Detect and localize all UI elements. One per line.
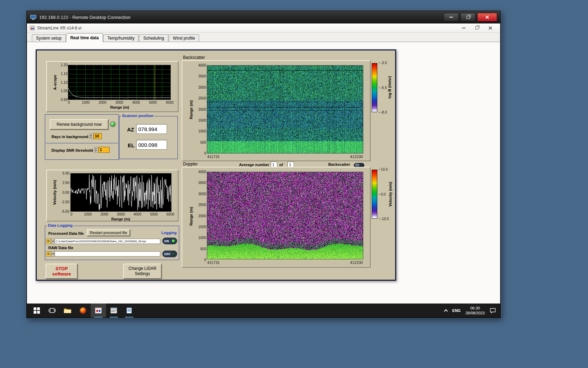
tick-label: 6000: [163, 101, 176, 104]
app-close-icon[interactable]: [488, 26, 492, 30]
velocity-x-ticks: 0100020003000400050006000: [65, 212, 177, 216]
firefox-icon: [79, 307, 86, 314]
tick-label: 4000: [198, 170, 206, 174]
velocity-y-axis-label: Velocity (m/s): [52, 180, 57, 205]
rays-value-field[interactable]: 10: [93, 133, 102, 139]
of-label: of: [279, 163, 283, 167]
tick-label: 2000: [198, 214, 206, 218]
tray-expand-icon[interactable]: [444, 309, 448, 313]
backscatter-y-ticks: 40003500300025002000150010005000: [192, 63, 206, 155]
language-indicator[interactable]: ENG: [452, 308, 461, 313]
rdp-restore-button[interactable]: [461, 13, 475, 21]
stop-software-button[interactable]: STOP software: [46, 264, 78, 279]
group-divider: [46, 143, 118, 143]
data-logging-group: Data Logging Processed Data file Restart…: [45, 226, 179, 260]
rdp-window-controls: [444, 13, 497, 21]
firefox-button[interactable]: [75, 304, 91, 318]
tick-label: 3500: [198, 181, 206, 185]
rdp-title: 192.168.0.122 - Remote Desktop Connectio…: [39, 15, 131, 20]
scanner-position-title: Scanner position: [121, 114, 154, 118]
el-value-field: 000.098: [136, 140, 167, 150]
az-label: AZ: [127, 127, 134, 132]
tick-label: 0: [63, 101, 75, 104]
tick-label: 6000: [164, 212, 177, 216]
tick-label: 1.10: [61, 81, 68, 84]
app-titlebar[interactable]: StreamLine XR v14-6.vi: [27, 23, 500, 33]
tick-label: 3000: [198, 192, 206, 196]
app-minimize-icon[interactable]: [462, 28, 465, 28]
background-status-led: [110, 121, 116, 127]
tick-label: 0.00: [63, 191, 69, 195]
backscatter-toggle-label: Backscatter: [328, 162, 350, 166]
rdp-titlebar[interactable]: 192.168.0.122 - Remote Desktop Connectio…: [27, 11, 500, 23]
doppler-colorbar: [372, 170, 377, 219]
app-icon: [30, 26, 35, 30]
remote-desktop: StreamLine XR v14-6.vi System setup Real…: [27, 23, 500, 318]
restart-processed-file-label: Restart processed file: [90, 231, 127, 235]
tick-label: 4000: [198, 63, 206, 67]
backscatter-colorbar: [372, 63, 377, 112]
tick-label: 2500: [198, 203, 206, 207]
tick-label: 1500: [198, 225, 206, 229]
renew-background-button[interactable]: Renew background now: [50, 119, 108, 130]
tab-wind-profile[interactable]: Wind profile: [169, 34, 199, 42]
raw-path-field[interactable]: [55, 251, 160, 257]
tick-label: -2.50: [61, 200, 69, 204]
tab-real-time-data[interactable]: Real time data: [66, 33, 103, 42]
tick-label: 1.20: [61, 63, 68, 67]
system-tray: ENG 06:30 28/08/2023: [444, 304, 500, 318]
task-view-button[interactable]: [44, 304, 60, 318]
rdp-close-button[interactable]: [477, 13, 497, 21]
average-number-label: Average number: [239, 163, 269, 167]
change-lidar-settings-button[interactable]: Change LiDAR Settings: [123, 264, 162, 279]
clock[interactable]: 06:30 28/08/2023: [465, 306, 485, 315]
processed-path-browse-icon[interactable]: [51, 239, 54, 244]
processed-path-field[interactable]: C:\Lidar\Data\Proc\2023\202308\20230828\…: [55, 239, 160, 244]
tick-label: 5000: [148, 212, 160, 216]
velocity-x-axis-label: Range (m): [91, 217, 150, 221]
raw-path-browse-icon[interactable]: [51, 251, 54, 257]
raw-logging-toggle[interactable]: OFF: [162, 251, 177, 257]
tick-label: 5.00: [63, 171, 69, 175]
tick-label: -8.0: [379, 110, 391, 114]
tick-label: 2500: [198, 96, 206, 100]
tab-temp-humidity[interactable]: Temp/humidity: [103, 34, 139, 42]
tick-label: 3500: [198, 74, 206, 78]
tick-label: 3000: [114, 212, 127, 216]
tick-label: 3000: [198, 86, 206, 89]
doppler-colorbar-label: Velocity (m/s): [388, 182, 392, 207]
tray-time: 06:30: [465, 306, 485, 311]
app-restore-icon[interactable]: [475, 26, 478, 29]
tick-label: 1000: [198, 236, 206, 240]
processed-logging-led: [172, 239, 175, 243]
snr-spinner[interactable]: [94, 147, 98, 153]
restart-processed-file-button[interactable]: Restart processed file: [87, 229, 130, 236]
notification-icon[interactable]: [490, 308, 496, 313]
tab-system-setup[interactable]: System setup: [32, 34, 66, 42]
tick-label: 1500: [198, 118, 206, 122]
raw-data-file-label: RAW Data file: [48, 246, 74, 250]
tick-label: 2.50: [63, 181, 69, 185]
ascope-y-ticks: 1.201.151.101.050.99: [56, 63, 68, 102]
scan-scheduler-button[interactable]: [106, 304, 121, 318]
scan-scheduler-icon: [110, 307, 117, 314]
data-logging-title: Data Logging: [47, 223, 74, 227]
file-explorer-button[interactable]: [60, 304, 75, 318]
document-icon: [126, 307, 132, 314]
tick-label: 4000: [130, 101, 142, 104]
rdp-minimize-button[interactable]: [444, 13, 458, 21]
streamline-app-button[interactable]: [91, 304, 106, 318]
backscatter-title: Backscatter: [183, 55, 205, 60]
raw-drive-selector[interactable]: C: [46, 251, 51, 257]
processed-logging-toggle[interactable]: ON: [162, 238, 177, 244]
tab-scheduling[interactable]: Scheduling: [139, 34, 168, 42]
doppler-x-end: 412230: [350, 260, 363, 265]
velocity-plot: [71, 173, 171, 211]
rays-spinner[interactable]: [89, 133, 93, 139]
stop-line2: software: [52, 271, 71, 277]
document-app-button[interactable]: [121, 304, 137, 318]
snr-value-field[interactable]: 1: [98, 147, 110, 153]
backscatter-x-end: 412230: [350, 155, 363, 159]
start-button[interactable]: [29, 304, 44, 318]
processed-drive-selector[interactable]: C: [46, 239, 51, 244]
